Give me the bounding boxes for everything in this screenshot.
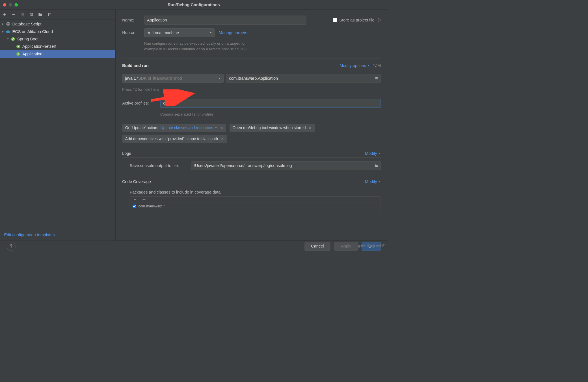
build-run-heading: Build and run	[122, 63, 148, 68]
chip-on-update[interactable]: On 'Update' action: Update classes and r…	[122, 124, 226, 132]
tree-label: ECS on Alibaba Cloud	[12, 29, 53, 34]
tree-label: Application-netself	[22, 44, 56, 49]
spring-run-icon	[16, 52, 21, 56]
modify-options-link[interactable]: Modify options	[340, 63, 370, 68]
logs-modify-link[interactable]: Modify	[365, 151, 381, 156]
chevron-down-icon	[367, 64, 370, 67]
active-profiles-input[interactable]	[160, 99, 381, 108]
coverage-table: com.itranswarp.*	[130, 196, 381, 210]
field-hints: Press ⌥ for field hints	[122, 86, 381, 92]
coverage-heading: Code Coverage	[122, 179, 151, 184]
run-on-hint: Run configurations may be executed local…	[144, 41, 251, 52]
coverage-modify-link[interactable]: Modify	[365, 179, 381, 184]
chevron-down-icon	[218, 77, 221, 80]
chevron-down-icon	[215, 127, 217, 129]
run-on-label: Run on:	[122, 28, 144, 35]
database-icon	[6, 22, 10, 27]
cloud-icon	[6, 29, 10, 34]
coverage-row[interactable]: com.itranswarp.*	[130, 203, 381, 210]
zoom-window-icon[interactable]	[14, 3, 18, 6]
tree-item-spring-boot[interactable]: Spring Boot	[0, 35, 115, 43]
active-profiles-hint: Comma separated list of profiles	[160, 112, 381, 117]
gear-icon[interactable]	[376, 18, 381, 22]
chevron-right-icon	[1, 23, 5, 26]
svg-point-0	[7, 22, 10, 23]
config-tree: Database Script ECS on Alibaba Cloud Spr…	[0, 19, 115, 229]
close-icon[interactable]	[309, 126, 312, 129]
active-profiles-label: Active profiles:	[122, 101, 160, 106]
close-window-icon[interactable]	[3, 3, 7, 6]
folder-open-icon[interactable]	[374, 164, 378, 168]
edit-templates-link[interactable]: Edit configuration templates…	[0, 229, 115, 241]
home-icon	[147, 31, 151, 34]
sort-icon[interactable]	[47, 12, 51, 17]
run-on-select[interactable]: Local machine	[144, 28, 215, 37]
spring-icon	[11, 37, 15, 41]
shortcut-label: ⌥M	[373, 63, 381, 68]
coverage-row-checkbox[interactable]	[133, 205, 136, 208]
chip-open-tool-window[interactable]: Open run/debug tool window when started	[230, 124, 315, 132]
add-icon[interactable]	[142, 198, 146, 201]
sidebar: Database Script ECS on Alibaba Cloud Spr…	[0, 10, 116, 240]
dialog-title: Run/Debug Configurations	[168, 2, 220, 7]
spring-run-icon	[16, 44, 21, 49]
logs-heading: Logs	[122, 151, 131, 156]
tree-item-ecs-alibaba[interactable]: ECS on Alibaba Cloud	[0, 28, 115, 35]
name-label: Name:	[122, 18, 144, 23]
save-console-input[interactable]: /Users/javaself/opensource/itranswarp/lo…	[191, 161, 381, 170]
tree-item-application-netself[interactable]: Application-netself	[0, 43, 115, 50]
apply-button[interactable]: Apply	[334, 242, 358, 251]
manage-targets-link[interactable]: Manage targets…	[219, 30, 251, 35]
main-panel: Name: Store as project file Run on: Loca…	[116, 10, 388, 240]
save-console-label: Save console output to file:	[130, 163, 191, 168]
tree-item-application[interactable]: Application	[0, 50, 115, 58]
store-as-file-checkbox[interactable]: Store as project file	[333, 18, 375, 23]
title-bar: Run/Debug Configurations	[0, 0, 388, 10]
close-icon[interactable]	[220, 126, 223, 129]
chevron-down-icon	[378, 181, 381, 183]
remove-icon[interactable]	[133, 198, 137, 201]
dialog-footer: ? Cancel Apply OK	[0, 240, 388, 252]
packages-label: Packages and classes to include in cover…	[130, 190, 381, 195]
tree-label: Database Script	[12, 22, 41, 27]
folder-icon[interactable]	[38, 12, 42, 17]
list-icon[interactable]	[375, 77, 378, 80]
save-icon[interactable]	[29, 12, 34, 17]
chevron-right-icon	[1, 30, 5, 33]
chevron-down-icon	[378, 152, 381, 155]
add-icon[interactable]	[2, 12, 7, 17]
watermark: @稀土掘金技术社区	[358, 244, 384, 248]
cancel-button[interactable]: Cancel	[304, 242, 330, 251]
name-input[interactable]	[144, 16, 306, 25]
copy-icon[interactable]	[20, 12, 25, 17]
chip-provided-deps[interactable]: Add dependencies with "provided" scope t…	[122, 134, 227, 143]
tree-label: Application	[22, 52, 42, 57]
chevron-down-icon	[209, 31, 212, 34]
window-controls	[0, 3, 18, 6]
jdk-select[interactable]: java 17 SDK of 'itranswarp' mod	[122, 74, 223, 83]
minimize-window-icon[interactable]	[9, 3, 12, 6]
remove-icon[interactable]	[11, 12, 16, 17]
tree-label: Spring Boot	[17, 37, 39, 42]
tree-item-database-script[interactable]: Database Script	[0, 20, 115, 28]
sidebar-toolbar	[0, 10, 115, 19]
close-icon[interactable]	[221, 137, 224, 140]
main-class-input[interactable]: com.itranswarp.Application	[226, 74, 381, 83]
help-button[interactable]: ?	[7, 242, 16, 251]
chevron-down-icon	[6, 38, 9, 41]
